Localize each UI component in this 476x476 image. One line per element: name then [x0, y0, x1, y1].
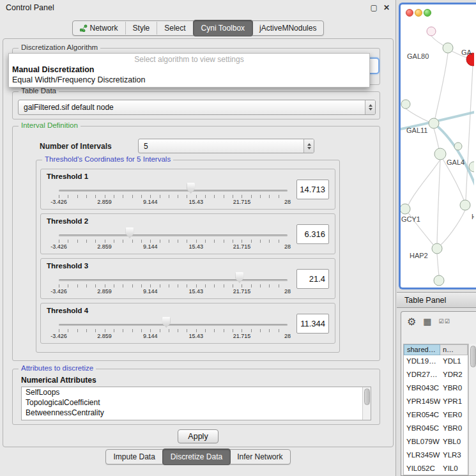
slider-thumb-icon[interactable] [235, 272, 243, 283]
network-node[interactable] [401, 204, 410, 214]
table-cell: YLR345W [404, 449, 440, 463]
list-item[interactable]: SelfLoops [22, 387, 371, 397]
column-header-name[interactable]: n… [440, 344, 468, 355]
slider-thumb-icon[interactable] [162, 317, 171, 328]
network-node[interactable] [443, 43, 453, 53]
list-item[interactable]: BetweennessCentrality [22, 408, 371, 418]
node-label: HAP2 [410, 252, 428, 259]
network-edge[interactable] [408, 160, 440, 205]
network-node[interactable] [434, 148, 446, 160]
network-edge[interactable] [437, 254, 439, 275]
scrollbar-thumb[interactable] [470, 346, 476, 367]
minimize-traffic-light-icon[interactable] [415, 9, 422, 17]
network-node[interactable] [454, 142, 462, 150]
threshold-slider[interactable]: -3.4262.8599.14415.4321.71528 [59, 316, 288, 343]
table-cell: YBR0 [440, 382, 468, 395]
list-scrollbar[interactable] [362, 387, 371, 420]
slider-ticks [59, 284, 288, 288]
table-data-select[interactable]: galFiltered.sif default node [18, 100, 376, 115]
network-edge[interactable] [406, 109, 429, 122]
threshold-value-input[interactable]: 11.344 [296, 314, 329, 334]
algorithm-option[interactable]: Manual Discretization [9, 65, 369, 75]
scrollbar-thumb[interactable] [364, 388, 370, 405]
zoom-traffic-light-icon[interactable] [424, 9, 431, 17]
table-row[interactable]: YDL19…YDL1 [404, 355, 468, 369]
algorithm-option[interactable]: Equal Width/Frequency Discretization [9, 75, 369, 85]
apply-button[interactable]: Apply [178, 429, 219, 443]
tab-cyni-toolbox[interactable]: Cyni Toolbox [193, 20, 253, 36]
threshold-panel: Threshold 4-3.4262.8599.14415.4321.71528… [40, 303, 335, 344]
table-cell: YDR2 [440, 369, 468, 382]
tab-infer-network[interactable]: Infer Network [230, 450, 289, 463]
slider-thumb-icon[interactable] [187, 183, 195, 194]
table-cell: YIL052C [404, 463, 440, 475]
network-node[interactable] [427, 27, 436, 36]
network-edge[interactable] [431, 36, 445, 47]
threshold-slider[interactable]: -3.4262.8599.14415.4321.71528 [59, 227, 288, 254]
numerical-attributes-list[interactable]: SelfLoopsTopologicalCoefficientBetweenne… [21, 387, 371, 420]
tab-label: Style [133, 24, 150, 33]
numerical-attributes-label: Numerical Attributes [21, 376, 96, 385]
interval-definition-group: Interval Definition Number of Intervals … [12, 126, 380, 361]
network-edge[interactable] [435, 53, 448, 118]
network-node[interactable] [432, 243, 442, 254]
tick-label: 28 [284, 333, 291, 339]
table-row[interactable]: YIL052CYIL0 [404, 463, 468, 475]
network-node[interactable] [460, 200, 470, 210]
network-edge[interactable] [441, 210, 465, 245]
tab-label: Network [90, 24, 118, 33]
slider-track[interactable] [59, 190, 288, 192]
select-columns-checkboxes-icon[interactable]: ☑☑ [439, 318, 450, 325]
table-row[interactable]: YER054CYER0 [404, 409, 468, 422]
table-row[interactable]: YDR27…YDR2 [404, 369, 468, 382]
tab-label: Select [164, 24, 185, 33]
table-cell: YBR045C [404, 422, 440, 436]
table-row[interactable]: YBR045CYBR0 [404, 422, 468, 436]
threshold-slider[interactable]: -3.4262.8599.14415.4321.71528 [59, 182, 288, 209]
tab-impute-data[interactable]: Impute Data [106, 450, 162, 463]
network-edge[interactable] [437, 160, 440, 243]
slider-tick-labels: -3.4262.8599.14415.4321.71528 [59, 243, 288, 250]
table-data-group-label: Table Data [19, 87, 59, 95]
table-row[interactable]: YBR043CYBR0 [404, 382, 468, 395]
tab-style[interactable]: Style [126, 22, 158, 35]
list-item[interactable]: TopologicalCoefficient [22, 397, 371, 408]
threshold-value-input[interactable]: 14.713 [296, 180, 329, 199]
tab-network[interactable]: Network [73, 22, 126, 35]
table-scrollbar[interactable] [468, 344, 476, 475]
network-icon [80, 24, 88, 32]
number-of-intervals-select[interactable]: 5 [138, 139, 314, 153]
gear-icon[interactable]: ⚙ [407, 316, 416, 328]
slider-thumb-icon[interactable] [125, 227, 134, 238]
threshold-slider[interactable]: -3.4262.8599.14415.4321.71528 [59, 272, 288, 298]
combo-stepper-icon[interactable] [303, 139, 314, 153]
algorithm-placeholder-option[interactable]: Select algorithm to view settings [9, 54, 369, 65]
tab-discretize-data[interactable]: Discretize Data [162, 449, 231, 465]
table-row[interactable]: YPR145WYPR1 [404, 395, 468, 409]
combo-stepper-icon[interactable] [365, 100, 375, 114]
table-row[interactable]: YBL079WYBL0 [404, 436, 468, 449]
network-node[interactable] [429, 118, 439, 128]
network-node[interactable] [401, 100, 410, 109]
close-traffic-light-icon[interactable] [406, 9, 413, 17]
node-label: GCY1 [401, 215, 420, 223]
network-edge[interactable] [434, 128, 439, 149]
network-canvas[interactable]: GAL80GAGAL11GAL4GCY1HHAP2 [401, 4, 474, 288]
tick-label: 15.43 [189, 243, 204, 250]
close-icon[interactable]: ✕ [383, 3, 390, 12]
table-row[interactable]: YLR345WYLR3 [404, 449, 468, 463]
float-window-icon[interactable]: ▢ [371, 3, 378, 12]
network-view-window[interactable]: GAL80GAGAL11GAL4GCY1HHAP2 [399, 3, 476, 289]
slider-track[interactable] [59, 234, 288, 236]
columns-icon[interactable]: ▦ [423, 316, 431, 326]
tab-select[interactable]: Select [157, 22, 193, 35]
slider-track[interactable] [59, 324, 288, 326]
tab-jactivemnodules[interactable]: jActiveMNodules [252, 22, 323, 35]
tick-label: -3.426 [50, 199, 67, 205]
network-node[interactable] [434, 275, 444, 286]
threshold-value-input[interactable]: 6.316 [296, 224, 329, 244]
threshold-value-input[interactable]: 21.4 [296, 269, 329, 289]
slider-track[interactable] [59, 279, 288, 281]
column-header-shared-name[interactable]: shared… [404, 344, 440, 355]
tab-label: Infer Network [237, 452, 282, 461]
